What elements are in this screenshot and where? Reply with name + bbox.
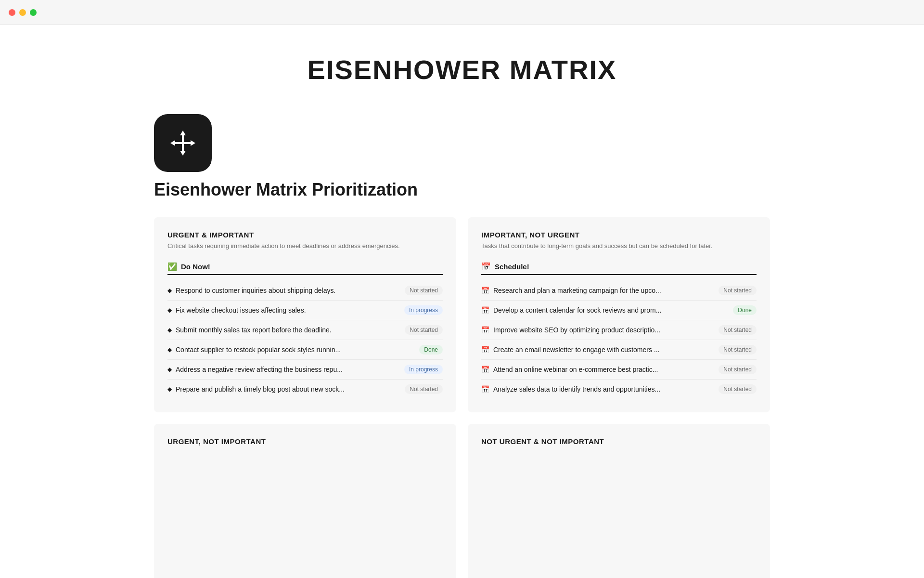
task-item[interactable]: ◆ Prepare and publish a timely blog post… [167,380,443,399]
task-left: 📅 Research and plan a marketing campaign… [481,286,719,295]
status-badge: Not started [405,286,443,295]
status-badge: Not started [719,345,757,355]
status-badge: In progress [404,305,443,315]
quadrant-label-3: NOT URGENT & NOT IMPORTANT [481,437,757,446]
task-item[interactable]: 📅 Improve website SEO by optimizing prod… [481,320,757,340]
task-item[interactable]: 📅 Create an email newsletter to engage w… [481,340,757,360]
calendar-icon: 📅 [481,287,489,294]
quadrant-important-not-urgent: IMPORTANT, NOT URGENT Tasks that contrib… [468,217,770,412]
svg-marker-3 [191,140,195,146]
task-text: Respond to customer inquiries about ship… [176,286,335,295]
task-item[interactable]: 📅 Develop a content calendar for sock re… [481,301,757,320]
quadrant-description-1: Tasks that contribute to long-term goals… [481,242,757,250]
diamond-icon: ◆ [167,386,172,393]
quadrant-label-1: IMPORTANT, NOT URGENT [481,231,757,239]
calendar-icon: 📅 [481,366,489,373]
page-title: EISENHOWER MATRIX [154,54,770,85]
task-left: ◆ Submit monthly sales tax report before… [167,326,405,334]
diamond-icon: ◆ [167,346,172,353]
calendar-icon: 📅 [481,346,489,354]
task-item[interactable]: ◆ Fix website checkout issues affecting … [167,301,443,320]
page-subtitle: Eisenhower Matrix Prioritization [154,180,770,200]
task-text: Research and plan a marketing campaign f… [493,286,661,295]
task-text: Analyze sales data to identify trends an… [493,385,660,394]
status-badge: Not started [719,286,757,295]
task-left: 📅 Develop a content calendar for sock re… [481,306,733,315]
task-left: ◆ Prepare and publish a timely blog post… [167,385,405,394]
status-badge: Not started [405,384,443,394]
task-left: 📅 Create an email newsletter to engage w… [481,345,719,354]
svg-marker-1 [180,151,186,156]
move-icon [167,128,198,158]
task-text: Improve website SEO by optimizing produc… [493,326,660,334]
task-item[interactable]: ◆ Address a negative review affecting th… [167,360,443,380]
task-text: Attend an online webinar on e-commerce b… [493,365,658,374]
task-list-0: ◆ Respond to customer inquiries about sh… [167,281,443,399]
task-text: Fix website checkout issues affecting sa… [176,306,306,315]
task-item[interactable]: ◆ Submit monthly sales tax report before… [167,320,443,340]
status-badge: Done [733,305,757,315]
task-left: ◆ Contact supplier to restock popular so… [167,345,419,354]
section-label-0: Do Now! [181,263,210,271]
task-left: ◆ Respond to customer inquiries about sh… [167,286,405,295]
task-item[interactable]: 📅 Attend an online webinar on e-commerce… [481,360,757,380]
task-text: Prepare and publish a timely blog post a… [176,385,345,394]
matrix-grid: URGENT & IMPORTANT Critical tasks requir… [154,217,770,578]
quadrant-urgent-important: URGENT & IMPORTANT Critical tasks requir… [154,217,456,412]
task-text: Address a negative review affecting the … [176,365,343,374]
status-badge: Not started [405,325,443,335]
quadrant-label-0: URGENT & IMPORTANT [167,231,443,239]
quadrant-not-urgent-not-important: NOT URGENT & NOT IMPORTANT [468,424,770,578]
section-header-0: ✅ Do Now! [167,262,443,275]
task-text: Submit monthly sales tax report before t… [176,326,332,334]
section-label-1: Schedule! [495,263,529,271]
svg-rect-5 [175,142,191,144]
page-content: EISENHOWER MATRIX Eisenhower Matrix Prio… [77,0,847,578]
window-chrome [0,0,924,25]
quadrant-urgent-not-important: URGENT, NOT IMPORTANT [154,424,456,578]
page-title-section: EISENHOWER MATRIX [154,25,770,105]
status-badge: Done [419,345,443,355]
calendar-icon: 📅 [481,306,489,314]
close-button[interactable] [9,9,15,16]
maximize-button[interactable] [30,9,37,16]
diamond-icon: ◆ [167,327,172,333]
task-left: ◆ Fix website checkout issues affecting … [167,306,404,315]
task-list-1: 📅 Research and plan a marketing campaign… [481,281,757,399]
calendar-icon: 📅 [481,262,491,271]
status-badge: In progress [404,365,443,374]
task-text: Develop a content calendar for sock revi… [493,306,661,315]
svg-marker-2 [170,140,175,146]
svg-marker-0 [180,131,186,135]
task-item[interactable]: 📅 Research and plan a marketing campaign… [481,281,757,301]
quadrant-label-2: URGENT, NOT IMPORTANT [167,437,443,446]
task-item[interactable]: 📅 Analyze sales data to identify trends … [481,380,757,399]
quadrant-description-0: Critical tasks requiring immediate actio… [167,242,443,250]
task-left: 📅 Improve website SEO by optimizing prod… [481,326,719,334]
task-item[interactable]: ◆ Respond to customer inquiries about sh… [167,281,443,301]
diamond-icon: ◆ [167,307,172,314]
status-badge: Not started [719,365,757,374]
app-icon-container [154,114,770,172]
status-badge: Not started [719,325,757,335]
checkmark-shield-icon: ✅ [167,262,177,271]
task-left: ◆ Address a negative review affecting th… [167,365,404,374]
task-item[interactable]: ◆ Contact supplier to restock popular so… [167,340,443,360]
calendar-icon: 📅 [481,326,489,334]
task-text: Create an email newsletter to engage wit… [493,345,660,354]
task-text: Contact supplier to restock popular sock… [176,345,341,354]
section-header-1: 📅 Schedule! [481,262,757,275]
status-badge: Not started [719,384,757,394]
task-left: 📅 Analyze sales data to identify trends … [481,385,719,394]
minimize-button[interactable] [19,9,26,16]
calendar-icon: 📅 [481,385,489,393]
task-left: 📅 Attend an online webinar on e-commerce… [481,365,719,374]
diamond-icon: ◆ [167,287,172,294]
app-icon [154,114,212,172]
diamond-icon: ◆ [167,366,172,373]
